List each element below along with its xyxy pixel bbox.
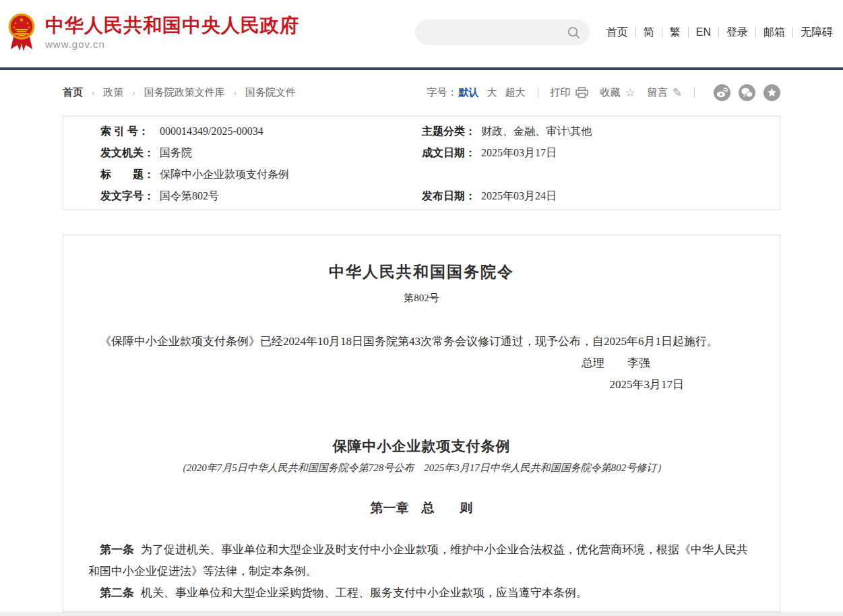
- nav-link-home[interactable]: 首页: [599, 27, 635, 38]
- document-meta-box: 索 引 号： 000014349/2025-00034 发文机关： 国务院 标 …: [63, 116, 780, 210]
- decree-announcement: 《保障中小企业款项支付条例》已经2024年10月18日国务院第43次常务会议修订…: [88, 331, 755, 352]
- site-url: www.gov.cn: [45, 38, 299, 50]
- article-text: 机关、事业单位和大型企业采购货物、工程、服务支付中小企业款项，应当遵守本条例。: [141, 586, 588, 599]
- meta-label: 索 引 号：: [100, 125, 160, 139]
- pencil-icon: ✎: [673, 87, 682, 98]
- breadcrumb: 首页 › 政策 › 国务院政策文件库 › 国务院文件: [63, 86, 296, 99]
- favorite-star-share-button[interactable]: [763, 84, 780, 101]
- star-icon: ☆: [625, 87, 635, 98]
- breadcrumb-home[interactable]: 首页: [63, 86, 83, 99]
- search-input[interactable]: [427, 27, 567, 38]
- meta-row-issuing-agency: 发文机关： 国务院: [100, 142, 422, 164]
- national-emblem-icon: ★ ★ ★ ★ ★: [8, 13, 35, 52]
- document-body: 中华人民共和国国务院令 第802号 《保障中小企业款项支付条例》已经2024年1…: [63, 235, 780, 612]
- font-size-xlarge-button[interactable]: 超大: [505, 86, 526, 99]
- meta-value: 000014349/2025-00034: [160, 125, 263, 137]
- breadcrumb-state-council-docs[interactable]: 国务院文件: [245, 86, 296, 99]
- signature-date: 2025年3月17日: [88, 374, 755, 396]
- weibo-icon: [716, 88, 728, 98]
- decree-title: 中华人民共和国国务院令: [88, 262, 755, 282]
- signer-role: 总理: [582, 357, 604, 369]
- breadcrumb-separator-icon: ›: [132, 88, 135, 98]
- print-label: 打印: [551, 86, 571, 99]
- chapter-heading: 第一章 总 则: [88, 499, 755, 517]
- site-header: ★ ★ ★ ★ ★ 中华人民共和国中央人民政府 www.gov.cn 首页 简 …: [0, 0, 843, 70]
- meta-label: 主题分类：: [422, 125, 481, 139]
- breadcrumb-policy[interactable]: 政策: [103, 86, 123, 99]
- toolbar-divider: [538, 88, 538, 98]
- meta-column-right: 主题分类： 财政、金融、审计\其他 成文日期： 2025年03月17日 发布日期…: [422, 121, 780, 210]
- wechat-share-button[interactable]: [739, 84, 755, 101]
- nav-link-english[interactable]: EN: [688, 27, 718, 38]
- meta-row-signed-date: 成文日期： 2025年03月17日: [422, 142, 780, 164]
- font-size-label: 字号：: [427, 86, 458, 99]
- meta-value: 2025年03月24日: [481, 189, 557, 204]
- breadcrumb-policy-library[interactable]: 国务院政策文件库: [144, 86, 225, 99]
- printer-icon: [575, 87, 588, 98]
- meta-row-document-number: 发文字号： 国令第802号: [100, 185, 422, 207]
- footer-strip: [0, 612, 843, 616]
- meta-row-index-number: 索 引 号： 000014349/2025-00034: [100, 121, 422, 142]
- site-logo[interactable]: ★ ★ ★ ★ ★ 中华人民共和国中央人民政府 www.gov.cn: [8, 13, 299, 52]
- site-identity: 中华人民共和国中央人民政府 www.gov.cn: [45, 16, 299, 50]
- meta-label: 发文机关：: [100, 146, 160, 160]
- regulation-title: 保障中小企业款项支付条例: [88, 437, 755, 456]
- top-nav: 首页 简 繁 EN 登录 邮箱 无障碍: [599, 27, 833, 38]
- articles: 第一条为了促进机关、事业单位和大型企业及时支付中小企业款项，维护中小企业合法权益…: [88, 539, 755, 604]
- wechat-icon: [741, 88, 753, 98]
- nav-link-login[interactable]: 登录: [718, 27, 755, 38]
- svg-text:★: ★: [26, 22, 29, 25]
- svg-text:★: ★: [13, 26, 15, 29]
- print-button[interactable]: 打印: [551, 86, 588, 99]
- nav-link-accessibility[interactable]: 无障碍: [792, 27, 833, 38]
- svg-text:★: ★: [28, 26, 30, 29]
- search-box: [415, 20, 590, 45]
- star-badge-icon: [767, 88, 777, 98]
- article-number: 第二条: [100, 586, 134, 599]
- article-paragraph: 第二条机关、事业单位和大型企业采购货物、工程、服务支付中小企业款项，应当遵守本条…: [88, 582, 755, 604]
- meta-row-title: 标 题： 保障中小企业款项支付条例: [100, 164, 422, 185]
- comment-button[interactable]: 留言 ✎: [648, 86, 682, 99]
- article-number: 第一条: [100, 543, 134, 556]
- meta-label: 成文日期：: [422, 146, 481, 160]
- header-right: 首页 简 繁 EN 登录 邮箱 无障碍: [415, 20, 833, 45]
- favorite-button[interactable]: 收藏 ☆: [600, 86, 635, 99]
- meta-value: 国令第802号: [160, 189, 219, 204]
- search-icon[interactable]: [567, 26, 581, 40]
- font-size-large-button[interactable]: 大: [487, 86, 497, 99]
- meta-label: 标 题：: [100, 168, 160, 182]
- meta-row-publish-date: 发布日期： 2025年03月24日: [422, 185, 780, 207]
- share-icons: [714, 84, 780, 101]
- breadcrumb-separator-icon: ›: [92, 88, 94, 98]
- page-toolbar: 字号： 默认 大 超大 打印 收藏 ☆ 留言 ✎: [427, 84, 781, 101]
- decree-number: 第802号: [88, 292, 755, 305]
- meta-label: 发布日期：: [422, 189, 481, 204]
- breadcrumb-toolbar-row: 首页 › 政策 › 国务院政策文件库 › 国务院文件 字号： 默认 大 超大 打…: [63, 80, 780, 105]
- svg-text:★: ★: [14, 22, 17, 25]
- meta-label: 发文字号：: [100, 189, 160, 204]
- meta-row-empty: [422, 164, 780, 185]
- site-title: 中华人民共和国中央人民政府: [45, 16, 299, 36]
- meta-row-subject-category: 主题分类： 财政、金融、审计\其他: [422, 121, 780, 142]
- nav-link-mail[interactable]: 邮箱: [755, 27, 792, 38]
- weibo-share-button[interactable]: [714, 84, 730, 101]
- toolbar-divider: [694, 88, 695, 98]
- font-size-default-button[interactable]: 默认: [459, 86, 479, 99]
- meta-value: 2025年03月17日: [481, 146, 557, 160]
- meta-value: 财政、金融、审计\其他: [481, 125, 592, 139]
- article-text: 为了促进机关、事业单位和大型企业及时支付中小企业款项，维护中小企业合法权益，优化…: [88, 543, 748, 578]
- breadcrumb-separator-icon: ›: [234, 88, 237, 98]
- meta-value: 保障中小企业款项支付条例: [160, 168, 289, 182]
- meta-column-left: 索 引 号： 000014349/2025-00034 发文机关： 国务院 标 …: [63, 121, 422, 210]
- signer-name: 李强: [627, 357, 650, 369]
- article-paragraph: 第一条为了促进机关、事业单位和大型企业及时支付中小企业款项，维护中小企业合法权益…: [88, 539, 755, 582]
- svg-text:★: ★: [19, 17, 24, 23]
- signature-line: 总理李强: [88, 352, 755, 374]
- comment-label: 留言: [648, 86, 668, 99]
- meta-value: 国务院: [160, 146, 192, 160]
- nav-link-traditional[interactable]: 繁: [662, 27, 688, 38]
- nav-link-simplified[interactable]: 简: [635, 27, 662, 38]
- favorite-label: 收藏: [600, 86, 621, 99]
- regulation-revision-note: （2020年7月5日中华人民共和国国务院令第728号公布 2025年3月17日中…: [88, 462, 755, 474]
